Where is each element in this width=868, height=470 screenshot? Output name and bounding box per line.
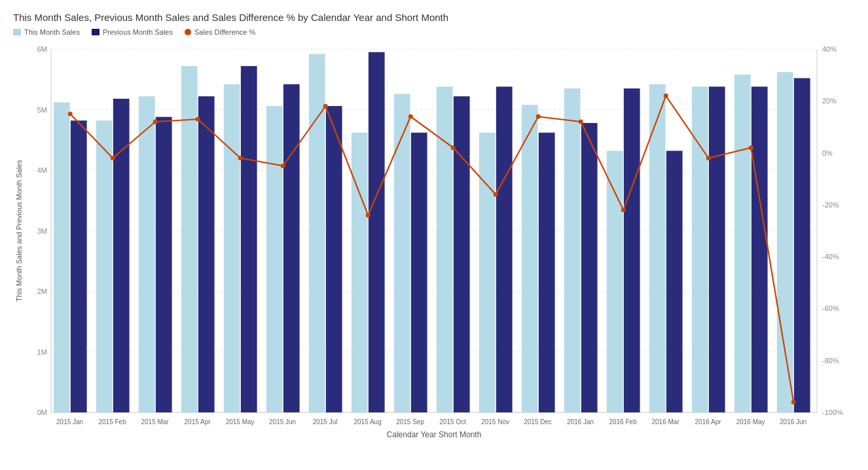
svg-text:3M: 3M [37, 227, 47, 235]
svg-text:4M: 4M [37, 166, 47, 174]
svg-point-89 [408, 115, 413, 119]
svg-rect-49 [564, 88, 581, 412]
svg-rect-60 [794, 78, 810, 412]
svg-text:2015 Jul: 2015 Jul [313, 418, 338, 425]
svg-rect-56 [709, 86, 725, 412]
svg-text:-100%: -100% [822, 408, 843, 416]
svg-text:2016 Apr: 2016 Apr [695, 418, 722, 425]
svg-text:-20%: -20% [822, 201, 839, 209]
svg-text:2015 Feb: 2015 Feb [98, 418, 126, 425]
svg-rect-40 [369, 52, 385, 412]
svg-text:2015 Jun: 2015 Jun [269, 418, 296, 425]
legend: This Month Sales Previous Month Sales Sa… [13, 28, 855, 36]
svg-point-98 [791, 400, 796, 405]
svg-rect-45 [479, 133, 496, 412]
svg-rect-39 [352, 133, 368, 412]
legend-label-this-month: This Month Sales [24, 28, 80, 36]
svg-rect-55 [692, 86, 708, 412]
svg-rect-54 [666, 151, 683, 412]
svg-rect-46 [496, 86, 513, 412]
svg-text:2M: 2M [37, 287, 47, 295]
svg-text:1M: 1M [37, 348, 47, 356]
chart-title: This Month Sales, Previous Month Sales a… [13, 12, 855, 23]
svg-text:2016 Feb: 2016 Feb [609, 418, 637, 425]
svg-rect-51 [607, 151, 623, 412]
svg-text:2015 Oct: 2015 Oct [439, 418, 466, 425]
svg-point-88 [366, 213, 371, 217]
svg-point-85 [238, 156, 243, 160]
svg-text:2016 Jun: 2016 Jun [780, 418, 806, 425]
svg-point-92 [536, 115, 541, 119]
svg-text:0M: 0M [37, 408, 47, 416]
svg-text:-80%: -80% [822, 357, 839, 365]
svg-text:2015 May: 2015 May [226, 418, 255, 425]
legend-label-prev-month: Previous Month Sales [103, 28, 173, 36]
svg-text:This Month Sales and Previous : This Month Sales and Previous Month Sale… [15, 160, 23, 302]
svg-text:40%: 40% [822, 45, 837, 53]
chart-svg: 0M1M2M3M4M5M6M40%20%0%-20%-40%-60%-80%-1… [13, 43, 855, 445]
svg-text:20%: 20% [822, 97, 837, 105]
svg-rect-34 [241, 66, 257, 412]
svg-rect-50 [581, 123, 598, 412]
svg-text:2015 Jan: 2015 Jan [56, 418, 83, 425]
svg-rect-43 [437, 86, 453, 412]
svg-rect-52 [624, 88, 640, 412]
svg-point-94 [621, 208, 626, 212]
svg-rect-42 [411, 133, 427, 412]
svg-rect-35 [266, 106, 283, 412]
svg-rect-57 [734, 75, 751, 412]
svg-rect-38 [326, 106, 342, 412]
svg-text:6M: 6M [37, 45, 47, 53]
svg-rect-33 [224, 84, 240, 412]
svg-rect-59 [777, 72, 793, 412]
chart-area: 0M1M2M3M4M5M6M40%20%0%-20%-40%-60%-80%-1… [13, 43, 855, 445]
svg-point-82 [111, 156, 115, 160]
svg-point-96 [706, 156, 711, 160]
svg-rect-32 [198, 96, 215, 412]
svg-point-83 [153, 120, 158, 124]
svg-point-90 [451, 145, 456, 150]
svg-text:2015 Nov: 2015 Nov [481, 418, 509, 425]
svg-rect-37 [309, 54, 325, 412]
svg-point-95 [664, 94, 668, 98]
svg-point-97 [749, 145, 753, 150]
svg-rect-27 [96, 120, 113, 412]
svg-rect-25 [54, 102, 70, 412]
legend-item-prev-month: Previous Month Sales [92, 28, 173, 36]
svg-rect-26 [71, 120, 87, 412]
svg-point-93 [579, 120, 583, 124]
svg-point-91 [494, 192, 498, 197]
legend-item-this-month: This Month Sales [13, 28, 80, 36]
chart-container: This Month Sales, Previous Month Sales a… [0, 0, 868, 470]
svg-text:2016 Jan: 2016 Jan [567, 418, 594, 425]
svg-rect-41 [394, 94, 410, 412]
svg-text:2015 Mar: 2015 Mar [141, 418, 169, 425]
svg-rect-44 [454, 96, 470, 412]
legend-color-prev-month [92, 29, 99, 35]
svg-text:2016 May: 2016 May [736, 418, 765, 425]
svg-rect-58 [751, 86, 768, 412]
svg-rect-29 [139, 96, 155, 412]
legend-color-diff [185, 29, 191, 35]
svg-point-87 [323, 104, 328, 109]
svg-text:2015 Dec: 2015 Dec [524, 418, 552, 425]
svg-point-84 [196, 117, 200, 122]
svg-rect-47 [522, 105, 538, 412]
svg-text:2015 Apr: 2015 Apr [185, 418, 211, 425]
legend-item-diff: Sales Difference % [185, 28, 255, 36]
svg-rect-48 [539, 133, 555, 412]
legend-color-this-month [13, 29, 21, 35]
svg-rect-36 [283, 84, 300, 412]
svg-rect-31 [181, 66, 198, 412]
svg-rect-30 [156, 117, 172, 412]
svg-text:-60%: -60% [822, 304, 839, 312]
svg-text:2015 Aug: 2015 Aug [353, 418, 381, 425]
svg-text:2015 Sep: 2015 Sep [396, 418, 424, 425]
svg-point-86 [281, 164, 285, 168]
svg-text:Calendar Year Short Month: Calendar Year Short Month [387, 430, 482, 439]
svg-text:-40%: -40% [822, 253, 839, 261]
svg-text:0%: 0% [822, 149, 833, 157]
svg-text:5M: 5M [37, 106, 47, 114]
legend-label-diff: Sales Difference % [194, 28, 255, 36]
svg-point-81 [68, 112, 73, 117]
